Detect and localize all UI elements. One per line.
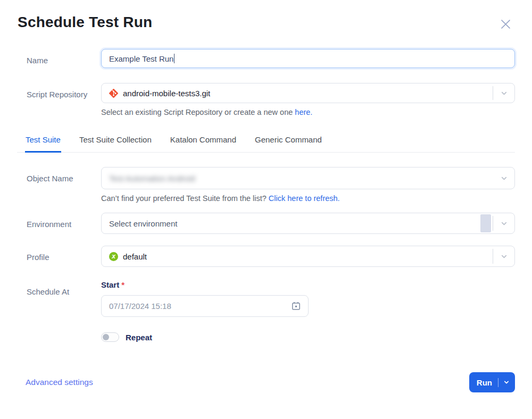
repeat-label: Repeat <box>126 333 152 342</box>
run-button-label: Run <box>477 378 492 387</box>
tab-generic-command[interactable]: Generic Command <box>254 130 322 153</box>
schedule-test-run-dialog: Schedule Test Run Name Example Test Run … <box>0 0 532 392</box>
close-button[interactable] <box>500 18 512 30</box>
profile-label: Profile <box>27 246 101 264</box>
tab-katalon-command[interactable]: Katalon Command <box>170 130 237 153</box>
object-name-helper: Can’t find your preferred Test Suite fro… <box>101 194 515 203</box>
object-name-label: Object Name <box>27 167 101 186</box>
helper-text: Can’t find your preferred Test Suite fro… <box>101 194 269 203</box>
script-repository-select[interactable]: android-mobile-tests3.git <box>101 83 515 103</box>
chevron-down-icon[interactable] <box>493 83 514 103</box>
object-name-blurred-value: Test Automation Android <box>109 174 195 183</box>
dialog-title: Schedule Test Run <box>18 14 152 31</box>
profile-row: Profile x default <box>17 246 515 267</box>
run-button[interactable]: Run <box>469 372 515 392</box>
repeat-toggle-row: Repeat <box>101 332 515 342</box>
environment-select[interactable]: Select environment <box>101 213 515 234</box>
start-datetime-input[interactable]: 07/17/2024 15:18 <box>101 295 309 317</box>
run-button-divider <box>498 378 498 387</box>
dialog-header: Schedule Test Run <box>17 14 515 31</box>
repeat-toggle[interactable] <box>101 332 119 342</box>
tab-test-suite[interactable]: Test Suite <box>25 130 61 153</box>
calendar-icon[interactable] <box>292 301 301 311</box>
close-icon <box>500 24 512 32</box>
tab-test-suite-collection[interactable]: Test Suite Collection <box>79 130 152 153</box>
dialog-footer: Advanced settings Run <box>17 372 515 392</box>
helper-text: Select an existing Script Repository or … <box>101 108 295 116</box>
script-repository-label: Script Repository <box>27 83 101 102</box>
advanced-settings-link[interactable]: Advanced settings <box>26 378 93 387</box>
chevron-down-icon[interactable] <box>493 167 514 189</box>
create-repository-link[interactable]: here <box>295 108 310 116</box>
chevron-down-icon[interactable] <box>493 246 514 266</box>
name-label: Name <box>27 49 101 68</box>
name-input-value: Example Test Run <box>109 54 173 63</box>
chevron-down-icon[interactable] <box>493 213 514 233</box>
start-label-text: Start <box>101 280 119 289</box>
schedule-at-label: Schedule At <box>27 280 101 299</box>
name-row: Name Example Test Run <box>17 49 515 68</box>
start-label: Start* <box>101 280 515 289</box>
redacted-chip <box>480 214 491 232</box>
refresh-test-suites-link[interactable]: Click here to refresh. <box>269 194 340 203</box>
object-name-row: Object Name Test Automation Android Can’… <box>17 167 515 203</box>
profile-select[interactable]: x default <box>101 246 515 267</box>
text-cursor <box>174 54 174 63</box>
run-options-chevron-icon[interactable] <box>503 379 510 386</box>
object-name-select[interactable]: Test Automation Android <box>101 167 515 189</box>
script-repository-helper: Select an existing Script Repository or … <box>101 108 515 116</box>
script-repository-value: android-mobile-tests3.git <box>123 89 210 98</box>
profile-value: default <box>123 252 147 261</box>
name-input[interactable]: Example Test Run <box>101 49 515 68</box>
schedule-at-row: Schedule At Start* 07/17/2024 15:18 <box>17 280 515 342</box>
run-type-tabs: Test Suite Test Suite Collection Katalon… <box>17 130 515 153</box>
script-repository-row: Script Repository android-mobile-tests3.… <box>17 83 515 116</box>
environment-label: Environment <box>27 213 101 231</box>
git-icon <box>109 89 118 98</box>
required-asterisk: * <box>121 280 124 289</box>
profile-x-icon: x <box>109 252 118 261</box>
helper-period: . <box>310 108 312 116</box>
toggle-knob <box>103 334 109 340</box>
environment-placeholder: Select environment <box>109 219 177 228</box>
start-datetime-value: 07/17/2024 15:18 <box>109 301 171 311</box>
environment-row: Environment Select environment <box>17 213 515 234</box>
